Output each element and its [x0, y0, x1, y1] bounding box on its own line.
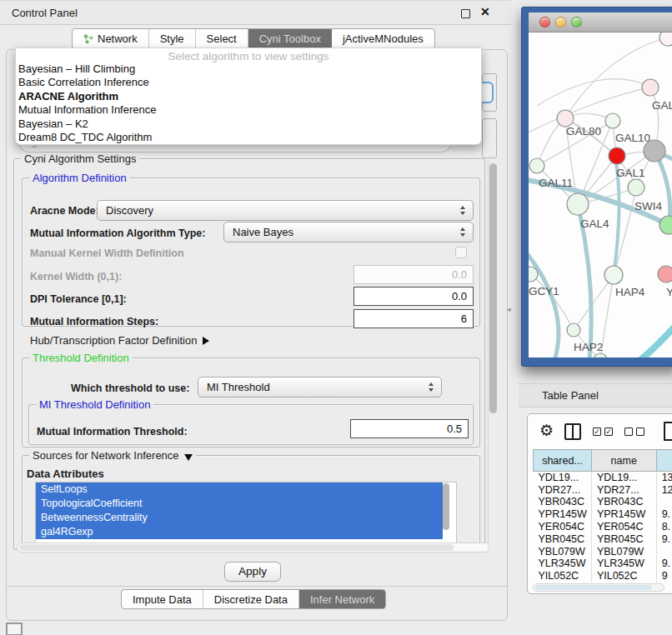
table-row[interactable]: YPR145WYPR145W9. — [534, 508, 672, 521]
network-node[interactable] — [594, 353, 607, 358]
table-row[interactable]: YIL052CYIL052C9 — [534, 570, 672, 582]
attribute-item[interactable]: gal4RGexp — [36, 525, 443, 539]
attributes-vertical-scrollbar[interactable] — [443, 483, 450, 542]
export-table-icon[interactable] — [664, 422, 672, 441]
aracne-mode-combo[interactable]: Discovery — [97, 200, 474, 221]
tab-select[interactable]: Select — [196, 29, 248, 48]
table-cell: YLR345W — [591, 558, 656, 570]
tab-discretize-data[interactable]: Discretize Data — [203, 590, 299, 608]
network-node[interactable] — [644, 140, 665, 162]
kernel-width-field[interactable]: 0.0 — [354, 265, 474, 284]
algorithm-item[interactable]: Bayesian – Hill Climbing — [16, 62, 481, 76]
apply-button[interactable]: Apply — [224, 562, 281, 582]
close-panel-icon[interactable]: ✕ — [480, 5, 490, 18]
table-cell: YBL079W — [534, 545, 592, 558]
select-all-checkbox-icon[interactable]: ✓ — [593, 428, 601, 436]
sources-toggle[interactable]: Sources for Network Inference — [29, 449, 196, 462]
tab-style[interactable]: Style — [149, 29, 196, 48]
column-header-cut[interactable] — [656, 450, 672, 472]
deselect-checkbox-icon[interactable] — [636, 428, 644, 436]
data-attributes-list[interactable]: SelfLoopsTopologicalCoefficientBetweenne… — [35, 482, 457, 543]
tab-cyni-toolbox[interactable]: Cyni Toolbox — [248, 29, 332, 48]
network-node[interactable] — [567, 323, 580, 337]
collapse-arrow-icon — [184, 454, 193, 461]
network-node-label: GAL — [652, 99, 672, 112]
attribute-item[interactable]: BetweennessCentrality — [36, 511, 443, 525]
table-cell: YDR27... — [591, 483, 656, 496]
table-horizontal-scrollbar[interactable] — [533, 583, 664, 592]
network-node[interactable] — [529, 158, 544, 173]
panel-resize-arrow[interactable]: ◂ — [507, 305, 511, 313]
hub-definition-toggle[interactable]: Hub/Transcription Factor Definition — [30, 334, 209, 347]
mi-type-label: Mutual Information Algorithm Type: — [30, 228, 205, 239]
column-header-shared-name[interactable]: shared... — [534, 450, 592, 472]
network-node[interactable] — [628, 179, 644, 196]
table-row[interactable]: YDL19...YDL19...13 — [534, 472, 672, 484]
close-window-icon[interactable] — [539, 17, 550, 28]
settings-vertical-scrollbar[interactable] — [488, 160, 498, 548]
table-row[interactable]: YBR045CYBR045C9. — [534, 532, 672, 545]
dpi-tolerance-field[interactable]: 0.0 — [354, 287, 474, 306]
manual-kernel-checkbox[interactable] — [455, 247, 467, 258]
algorithm-item[interactable]: Bayesian – K2 — [16, 118, 481, 131]
control-panel-tab-strip: Network Style Select Cyni Toolbox jActiv… — [72, 28, 435, 49]
table-cell: YBR045C — [534, 532, 592, 545]
table-cell: YDR27... — [534, 483, 592, 496]
tab-jactivemnodules[interactable]: jActiveMNodules — [332, 29, 434, 48]
algorithm-item[interactable]: Mutual Information Inference — [16, 103, 481, 117]
node-table: shared... name YDL19...YDL19...13YDR27..… — [533, 449, 672, 582]
network-node[interactable] — [659, 32, 672, 46]
network-window-titlebar[interactable] — [529, 12, 672, 32]
table-row[interactable]: YER054CYER054C8. — [534, 521, 672, 533]
mi-steps-field[interactable]: 6 — [354, 309, 474, 328]
network-node[interactable] — [567, 193, 589, 215]
select-all-checkbox-icon[interactable]: ✓ — [604, 428, 613, 436]
column-header-name[interactable]: name — [591, 450, 656, 472]
aracne-mode-label: Aracne Mode: — [30, 205, 99, 217]
network-node[interactable] — [658, 266, 672, 282]
network-node[interactable] — [642, 79, 659, 96]
network-edge[interactable] — [537, 79, 650, 106]
table-row[interactable]: YBR043CYBR043C — [534, 496, 672, 508]
network-node[interactable] — [609, 148, 625, 164]
deselect-checkbox-icon[interactable] — [624, 428, 633, 436]
algorithm-item[interactable]: Dream8 DC_TDC Algorithm — [16, 131, 481, 144]
network-view[interactable]: GALGAL80GAL10GAL1SWI4GAL11GAL4GCY1HAP4YH… — [529, 32, 672, 358]
table-cell: YBR045C — [591, 532, 656, 545]
zoom-window-icon[interactable] — [571, 17, 582, 28]
gear-icon[interactable]: ⚙ — [539, 421, 554, 440]
table-cell — [656, 545, 672, 558]
network-edge[interactable] — [630, 318, 672, 358]
kernel-width-label: Kernel Width (0,1): — [30, 271, 122, 282]
network-edge[interactable] — [529, 248, 559, 358]
attribute-item[interactable]: TopologicalCoefficient — [36, 497, 443, 511]
network-node[interactable] — [557, 110, 574, 127]
columns-icon[interactable] — [564, 423, 581, 440]
network-node[interactable] — [604, 266, 623, 284]
mi-type-combo[interactable]: Naive Bayes — [223, 222, 474, 242]
mi-threshold-field[interactable]: 0.5 — [350, 419, 469, 438]
tab-infer-network[interactable]: Infer Network — [299, 590, 385, 608]
network-node[interactable] — [605, 113, 620, 128]
tab-network[interactable]: Network — [73, 29, 149, 48]
minimize-window-icon[interactable] — [555, 17, 566, 28]
table-row[interactable]: YBL079WYBL079W — [534, 545, 672, 558]
stepper-arrows-icon — [429, 382, 434, 392]
which-threshold-combo[interactable]: MI Threshold — [198, 377, 442, 398]
divider — [7, 586, 507, 587]
attribute-item[interactable]: SelfLoops — [36, 482, 443, 497]
table-cell: YER054C — [591, 521, 656, 533]
settings-horizontal-scrollbar[interactable] — [17, 542, 490, 552]
network-canvas[interactable]: GALGAL80GAL10GAL1SWI4GAL11GAL4GCY1HAP4YH… — [529, 32, 672, 358]
algorithm-item[interactable]: Basic Correlation Inference — [16, 76, 481, 89]
algorithm-item[interactable]: ARACNE Algorithm — [16, 90, 481, 103]
collapsed-panel-icon[interactable] — [6, 622, 23, 635]
data-attributes-label: Data Attributes — [27, 468, 104, 480]
network-node[interactable] — [659, 216, 672, 234]
tab-impute-data[interactable]: Impute Data — [122, 590, 203, 608]
table-cell: YPR145W — [534, 508, 592, 521]
table-row[interactable]: YDR27...YDR27...12 — [534, 483, 672, 496]
table-row[interactable]: YLR345WYLR345W9. — [534, 558, 672, 570]
float-panel-icon[interactable] — [461, 9, 470, 18]
network-edge[interactable] — [574, 275, 614, 330]
